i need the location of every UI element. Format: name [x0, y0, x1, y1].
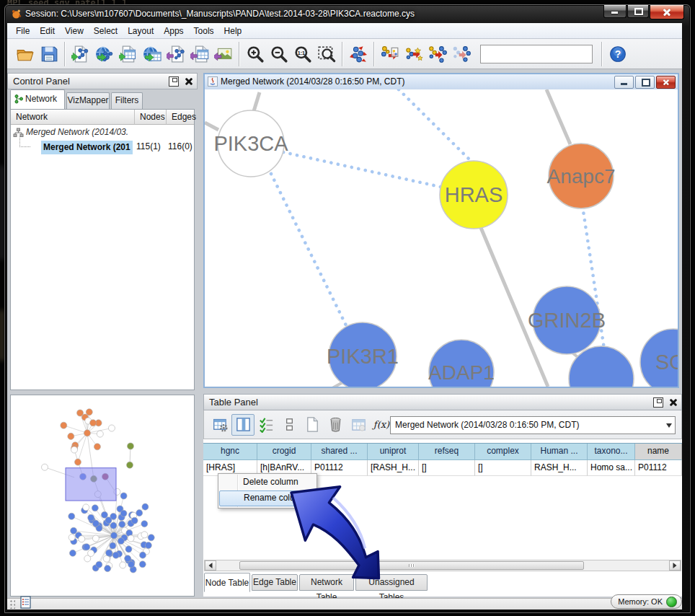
maximize-button[interactable]	[627, 5, 649, 18]
import-network-web-icon[interactable]	[92, 42, 116, 66]
column-header-hgnc[interactable]: hgnc	[203, 444, 257, 460]
svg-text:ADAP1: ADAP1	[428, 361, 495, 384]
close-panel-icon[interactable]	[184, 77, 193, 87]
network-node-count: 115(1)	[136, 141, 161, 151]
column-header-complex[interactable]: complex	[475, 444, 531, 460]
graph-node-PIK3CA[interactable]: PIK3CA	[213, 110, 288, 177]
network-minimize-button[interactable]	[614, 76, 634, 89]
cursor-arrow-graphic	[280, 485, 386, 584]
toolbar-separator	[342, 42, 342, 66]
select-all-rows-icon[interactable]	[254, 414, 278, 436]
menu-help[interactable]: Help	[219, 24, 247, 38]
table-disabled-icon[interactable]	[347, 414, 370, 436]
create-column-icon[interactable]	[301, 414, 324, 436]
import-network-file-icon[interactable]	[68, 42, 92, 66]
dropdown-arrow-icon	[666, 423, 672, 428]
graph-node-PIK3R1[interactable]: PIK3R1	[327, 322, 399, 387]
column-header-shared[interactable]: shared ...	[311, 444, 368, 460]
network-restore-button[interactable]	[635, 76, 655, 89]
tree-row-network[interactable]: Merged Network (201 115(1) 116(0)	[11, 141, 194, 155]
menu-apps[interactable]: Apps	[159, 24, 188, 38]
cell-complex[interactable]: []	[475, 460, 531, 476]
minimize-button[interactable]	[603, 5, 627, 18]
cell-uniprot[interactable]: [RASH_H...	[368, 460, 419, 476]
cell-refseq[interactable]: []	[419, 460, 475, 476]
zoom-in-icon[interactable]	[243, 42, 267, 66]
save-session-icon[interactable]	[37, 42, 61, 66]
open-file-icon[interactable]	[13, 42, 37, 66]
svg-text:?: ?	[614, 48, 621, 59]
row-height-icon[interactable]	[278, 414, 301, 436]
graph-edge-dotted[interactable]	[399, 89, 471, 161]
tab-filters[interactable]: Filters	[111, 92, 143, 109]
expand-selection-icon[interactable]	[425, 42, 449, 66]
zoom-actual-size-icon[interactable]: 1:1	[291, 42, 314, 66]
column-header-uniprot[interactable]: uniprot	[368, 444, 419, 460]
graph-edge-dotted[interactable]	[271, 174, 346, 325]
export-network-icon[interactable]	[164, 42, 187, 66]
task-history-icon[interactable]	[19, 595, 32, 609]
float-panel-icon[interactable]	[169, 76, 179, 87]
float-panel-icon[interactable]	[653, 397, 663, 408]
column-header-taxonomy[interactable]: taxono...	[588, 444, 635, 460]
title-bar[interactable]: Session: C:\Users\m107607\Documents\_Man…	[5, 5, 690, 23]
tree-column-nodes[interactable]: Nodes	[135, 110, 167, 125]
scroll-left-button[interactable]	[205, 560, 216, 571]
import-table-web-icon[interactable]	[140, 42, 164, 66]
memory-status-button[interactable]: Memory: OK	[611, 594, 682, 609]
network-close-button[interactable]	[656, 76, 676, 89]
network-window-titlebar[interactable]: Merged Network (2014/03/28 0:16:50 PM, C…	[205, 74, 678, 90]
column-header-name[interactable]: name	[635, 444, 682, 460]
cell-taxonomy[interactable]: Homo sa...	[588, 460, 635, 476]
graph-node-ADAP1[interactable]: ADAP1	[428, 340, 495, 387]
help-icon[interactable]: ?	[606, 42, 629, 66]
cell-human[interactable]: RASH_H...	[531, 460, 588, 476]
column-header-crogid[interactable]: crogid	[257, 444, 311, 460]
delete-column-icon[interactable]	[324, 414, 347, 436]
menu-edit[interactable]: Edit	[35, 24, 60, 38]
close-button[interactable]	[650, 5, 684, 19]
select-from-file-icon[interactable]	[402, 42, 425, 66]
graph-edge[interactable]	[254, 92, 260, 111]
tree-column-edges[interactable]: Edges	[167, 110, 194, 125]
scroll-right-button[interactable]	[669, 560, 681, 571]
export-table-icon[interactable]	[187, 42, 211, 66]
import-table-file-icon[interactable]	[116, 42, 140, 66]
tab-vizmapper[interactable]: VizMapper	[66, 92, 110, 109]
cell-name[interactable]: P01112	[635, 460, 682, 476]
graph-edge[interactable]	[205, 123, 218, 130]
export-image-icon[interactable]	[211, 42, 235, 66]
hide-selection-icon[interactable]	[449, 42, 473, 66]
table-network-selector[interactable]: Merged Network (2014/03/28 0:16:50 PM, C…	[390, 416, 676, 434]
zoom-out-icon[interactable]	[267, 42, 291, 66]
memory-ok-indicator	[666, 597, 677, 607]
apply-layout-icon[interactable]	[346, 42, 370, 66]
column-header-refseq[interactable]: refseq	[419, 444, 475, 460]
graph-edge[interactable]	[546, 89, 570, 144]
graph-node-SGI[interactable]: SGI	[640, 329, 678, 387]
graph-edge-dotted[interactable]	[283, 152, 441, 187]
horizontal-scrollbar[interactable]	[204, 560, 681, 571]
menu-file[interactable]: File	[11, 24, 35, 38]
column-header-human[interactable]: Human ...	[531, 444, 588, 460]
network-canvas[interactable]: PIK3CAHRASAnapc7GRIN2BPIK3R1ADAP1SGI	[205, 89, 678, 387]
zoom-fit-content-icon[interactable]	[314, 42, 338, 66]
first-neighbors-icon[interactable]	[378, 42, 402, 66]
graph-node-Anapc7[interactable]: Anapc7	[547, 144, 616, 208]
tree-row-collection[interactable]: Merged Network (2014/03.	[11, 126, 194, 141]
cell-shared[interactable]: P01112	[311, 460, 368, 476]
menu-select[interactable]: Select	[89, 24, 123, 38]
tree-column-network[interactable]: Network	[11, 110, 135, 125]
menu-layout[interactable]: Layout	[123, 24, 159, 38]
tab-network[interactable]: Network	[10, 89, 65, 109]
search-input[interactable]	[480, 45, 593, 63]
menu-tools[interactable]: Tools	[189, 24, 219, 38]
close-panel-icon[interactable]	[668, 398, 678, 408]
show-column-icon[interactable]	[231, 414, 254, 436]
menu-view[interactable]: View	[60, 24, 89, 38]
graph-node-GRIN2B[interactable]: GRIN2B	[528, 286, 606, 354]
overview-viewport-rect[interactable]	[66, 468, 116, 501]
graph-node-HRAS[interactable]: HRAS	[440, 161, 508, 229]
tab-node-table[interactable]: Node Table	[204, 573, 250, 592]
table-options-icon[interactable]	[208, 414, 231, 436]
